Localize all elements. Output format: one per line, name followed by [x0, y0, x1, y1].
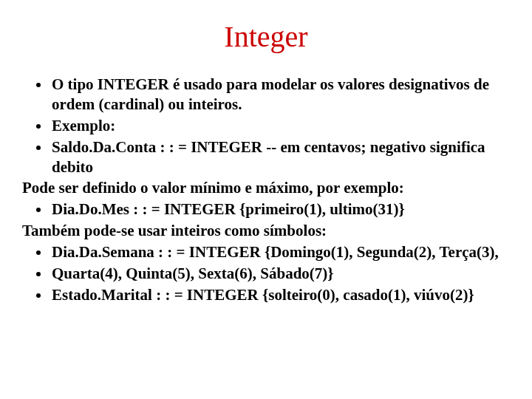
bullet-item: Saldo.Da.Conta : : = INTEGER -- em centa… [50, 137, 510, 177]
bullet-item: O tipo INTEGER é usado para modelar os v… [50, 75, 510, 115]
body-paragraph: Pode ser definido o valor mínimo e máxim… [22, 178, 510, 198]
bullet-list-1: O tipo INTEGER é usado para modelar os v… [22, 75, 510, 177]
bullet-item: Estado.Marital : : = INTEGER {solteiro(0… [50, 285, 510, 305]
slide-body: O tipo INTEGER é usado para modelar os v… [22, 75, 510, 305]
slide: Integer O tipo INTEGER é usado para mode… [0, 0, 532, 399]
bullet-item: Exemplo: [50, 116, 510, 136]
bullet-item: Dia.Da.Semana : : = INTEGER {Domingo(1),… [50, 242, 510, 262]
bullet-list-3: Dia.Da.Semana : : = INTEGER {Domingo(1),… [22, 242, 510, 305]
bullet-list-2: Dia.Do.Mes : : = INTEGER {primeiro(1), u… [22, 200, 510, 219]
bullet-item: Dia.Do.Mes : : = INTEGER {primeiro(1), u… [50, 200, 510, 219]
bullet-item: Quarta(4), Quinta(5), Sexta(6), Sábado(7… [50, 264, 510, 284]
body-paragraph: Também pode-se usar inteiros como símbol… [22, 221, 510, 241]
slide-title: Integer [22, 19, 510, 54]
